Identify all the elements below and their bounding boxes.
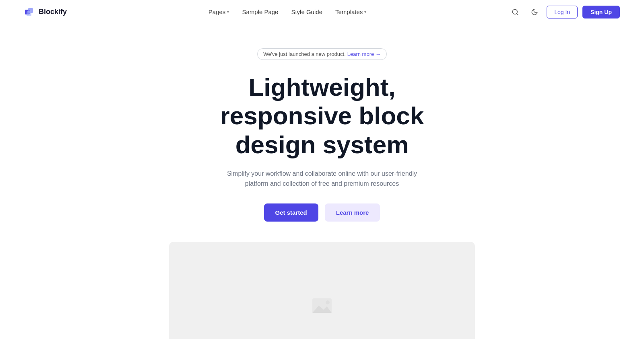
templates-chevron-icon: ▾: [364, 10, 366, 14]
svg-point-7: [326, 300, 330, 304]
hero-subtitle: Simplify your workflow and collaborate o…: [225, 168, 419, 189]
image-placeholder-icon: [312, 298, 332, 314]
pages-chevron-icon: ▾: [227, 10, 229, 14]
search-icon: [512, 8, 519, 16]
search-button[interactable]: [508, 5, 522, 19]
announcement-link[interactable]: Learn more →: [347, 51, 381, 57]
svg-line-4: [517, 13, 518, 14]
announcement-text: We've just launched a new product.: [263, 51, 346, 57]
hero-section: We've just launched a new product. Learn…: [0, 24, 644, 339]
placeholder-icon: [312, 298, 332, 314]
get-started-button[interactable]: Get started: [264, 203, 318, 222]
svg-rect-2: [27, 11, 31, 16]
navbar-actions: Log In Sign Up: [508, 5, 620, 19]
nav-links: Pages ▾ Sample Page Style Guide Template…: [208, 8, 367, 15]
nav-item-templates[interactable]: Templates ▾: [335, 8, 366, 15]
hero-media-placeholder: [169, 242, 475, 339]
hero-title: Lightweight, responsive block design sys…: [181, 73, 463, 159]
moon-icon: [531, 8, 538, 16]
dark-mode-button[interactable]: [527, 5, 542, 19]
learn-more-button[interactable]: Learn more: [325, 203, 380, 222]
announcement-badge: We've just launched a new product. Learn…: [257, 48, 387, 60]
hero-cta-buttons: Get started Learn more: [264, 203, 380, 222]
brand-logo-link[interactable]: Blockify: [24, 6, 67, 18]
login-button[interactable]: Log In: [547, 6, 578, 18]
blockify-logo-icon: [24, 6, 35, 18]
nav-item-style-guide[interactable]: Style Guide: [291, 8, 322, 15]
nav-item-pages[interactable]: Pages ▾: [208, 8, 229, 15]
nav-item-sample-page[interactable]: Sample Page: [242, 8, 278, 15]
brand-name: Blockify: [39, 8, 67, 16]
signup-button[interactable]: Sign Up: [582, 6, 620, 18]
navbar: Blockify Pages ▾ Sample Page Style Guide…: [0, 0, 644, 24]
